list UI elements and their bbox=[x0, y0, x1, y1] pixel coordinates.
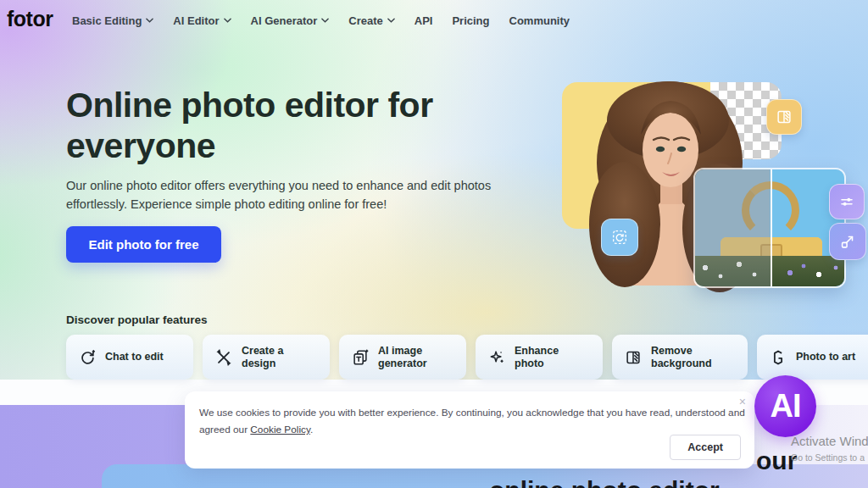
feature-chip-remove-background[interactable]: Remove background bbox=[612, 335, 748, 380]
ai-logo: AI bbox=[771, 388, 801, 424]
close-icon[interactable]: × bbox=[739, 395, 746, 408]
resize-expand-icon bbox=[838, 232, 857, 251]
nav-item-pricing[interactable]: Pricing bbox=[452, 14, 489, 27]
nav-menu: Basic Editing AI Editor AI Generator Cre… bbox=[72, 0, 570, 41]
crossed-pens-icon bbox=[214, 348, 233, 367]
remove-background-icon bbox=[624, 348, 643, 367]
chevron-down-icon bbox=[321, 18, 329, 23]
feature-chip-create-a-design[interactable]: Create a design bbox=[203, 335, 330, 380]
nav-item-basic-editing[interactable]: Basic Editing bbox=[72, 14, 153, 27]
remove-background-icon bbox=[775, 108, 793, 126]
top-navigation: fotor Basic Editing AI Editor AI Generat… bbox=[0, 0, 868, 41]
activate-windows-watermark: Activate Wind bbox=[791, 434, 868, 448]
hex-g-icon bbox=[769, 348, 787, 367]
feature-chip-ai-image-generator[interactable]: AI image generator bbox=[339, 335, 466, 380]
remove-background-badge bbox=[766, 99, 802, 135]
fotor-ai-assistant-bubble[interactable]: AI bbox=[754, 375, 816, 437]
ai-restore-icon bbox=[610, 228, 629, 247]
popular-features-row: Chat to edit Create a design AI image ge… bbox=[66, 335, 868, 380]
sparkle-star-icon bbox=[487, 348, 506, 367]
feature-chip-enhance-photo[interactable]: Enhance photo bbox=[476, 335, 603, 380]
resize-badge bbox=[829, 223, 866, 260]
chat-to-edit-icon bbox=[78, 348, 97, 367]
feature-chip-chat-to-edit[interactable]: Chat to edit bbox=[66, 335, 193, 380]
before-filter-overlay bbox=[695, 169, 771, 286]
cookie-consent-banner: We use cookies to provide you with bette… bbox=[185, 391, 754, 469]
cookie-policy-link[interactable]: Cookie Policy bbox=[250, 424, 310, 435]
portrait-photo-background bbox=[562, 82, 710, 229]
activate-windows-watermark-sub: Go to Settings to a bbox=[791, 452, 865, 463]
cookie-message: We use cookies to provide you with bette… bbox=[199, 404, 745, 438]
ai-restore-badge bbox=[601, 219, 638, 256]
nav-item-ai-generator[interactable]: AI Generator bbox=[251, 14, 330, 27]
nav-item-ai-editor[interactable]: AI Editor bbox=[173, 14, 231, 27]
ai-image-icon bbox=[351, 348, 370, 367]
nav-item-community[interactable]: Community bbox=[509, 14, 570, 27]
adjustments-badge bbox=[829, 184, 865, 219]
page-title: Online photo editor for everyone bbox=[66, 85, 433, 166]
accept-cookies-button[interactable]: Accept bbox=[670, 435, 741, 460]
feature-chip-photo-to-art[interactable]: Photo to art bbox=[757, 335, 868, 380]
edit-photo-free-button[interactable]: Edit photo for free bbox=[66, 226, 221, 263]
features-heading: Discover popular features bbox=[66, 313, 208, 326]
partial-heading-online-photo-editor: online photo editor bbox=[489, 476, 720, 488]
nav-item-api[interactable]: API bbox=[415, 14, 433, 27]
fotor-homepage: fotor Basic Editing AI Editor AI Generat… bbox=[0, 0, 868, 488]
chevron-down-icon bbox=[387, 18, 395, 23]
nav-item-create[interactable]: Create bbox=[348, 14, 394, 27]
chevron-down-icon bbox=[224, 18, 231, 23]
chevron-down-icon bbox=[146, 18, 153, 23]
adjust-sliders-icon bbox=[837, 192, 856, 211]
hero-description: Our online photo editor offers everythin… bbox=[66, 177, 491, 214]
fotor-logo[interactable]: fotor bbox=[7, 7, 53, 31]
before-after-divider bbox=[771, 169, 772, 286]
handbag-before-after-photo bbox=[693, 168, 846, 288]
